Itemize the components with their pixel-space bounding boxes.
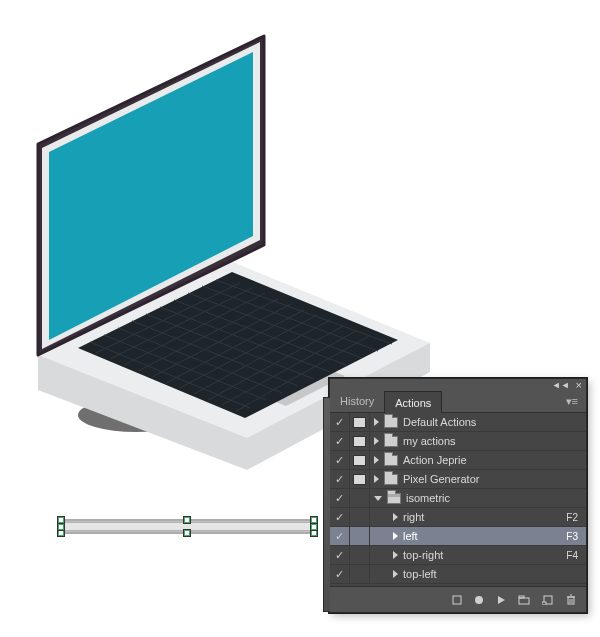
action-set-row[interactable]: ✓ Pixel Generator [330,470,586,489]
svg-rect-3 [453,596,461,604]
action-row[interactable]: ✓ top-left [330,565,586,584]
set-label: Pixel Generator [403,473,578,485]
svg-rect-6 [519,596,524,598]
svg-rect-8 [542,602,546,605]
disclosure-triangle-icon[interactable] [374,437,379,445]
toggle-dialog[interactable] [350,489,370,507]
disclosure-triangle-icon[interactable] [374,496,382,501]
tab-history[interactable]: History [330,390,384,412]
transform-handle[interactable] [184,517,190,523]
close-icon[interactable]: × [576,380,582,391]
tab-actions[interactable]: Actions [384,391,442,413]
toggle-enabled[interactable]: ✓ [330,489,350,507]
svg-point-4 [475,596,483,604]
action-label: left [403,530,555,542]
panel-tabs: History Actions ▾≡ [330,391,586,413]
set-label: Action Jeprie [403,454,578,466]
play-icon[interactable] [496,587,506,612]
panel-menu-icon[interactable]: ▾≡ [558,390,586,412]
disclosure-triangle-icon[interactable] [374,475,379,483]
folder-icon [384,474,398,485]
new-set-icon[interactable] [518,587,530,612]
toggle-enabled[interactable]: ✓ [330,432,350,450]
transform-handle[interactable] [58,530,64,536]
stop-icon[interactable] [452,587,462,612]
disclosure-triangle-icon[interactable] [393,513,398,521]
toggle-enabled[interactable]: ✓ [330,565,350,583]
toggle-dialog[interactable] [350,432,370,450]
action-shortcut: F2 [560,512,578,523]
svg-rect-9 [568,597,574,604]
transform-handle[interactable] [58,524,64,530]
action-row[interactable]: ✓ top-right F4 [330,546,586,565]
action-label: top-right [403,549,555,561]
folder-icon [384,417,398,428]
toggle-dialog[interactable] [350,451,370,469]
set-label: isometric [406,492,578,504]
toggle-dialog[interactable] [350,546,370,564]
folder-open-icon [387,493,401,504]
new-action-icon[interactable] [542,587,554,612]
action-shortcut: F4 [560,550,578,561]
toggle-dialog[interactable] [350,470,370,488]
toggle-enabled[interactable]: ✓ [330,508,350,526]
disclosure-triangle-icon[interactable] [393,532,398,540]
action-set-row[interactable]: ✓ Action Jeprie [330,451,586,470]
transform-handle[interactable] [311,517,317,523]
record-icon[interactable] [474,587,484,612]
toggle-enabled[interactable]: ✓ [330,451,350,469]
action-shortcut: F3 [560,531,578,542]
action-label: right [403,511,555,523]
folder-icon [384,436,398,447]
toggle-enabled[interactable]: ✓ [330,470,350,488]
action-label: top-left [403,568,567,580]
transform-handle[interactable] [311,524,317,530]
collapse-icon[interactable]: ◄◄ [552,381,570,390]
transform-handle[interactable] [311,530,317,536]
actions-panel[interactable]: ◄◄ × History Actions ▾≡ ✓ Default Action… [329,378,587,613]
toggle-dialog[interactable] [350,565,370,583]
toggle-dialog[interactable] [350,413,370,431]
svg-rect-5 [519,598,529,604]
toggle-enabled[interactable]: ✓ [330,546,350,564]
toggle-dialog[interactable] [350,527,370,545]
toggle-dialog[interactable] [350,508,370,526]
action-set-row[interactable]: ✓ my actions [330,432,586,451]
transform-handle[interactable] [58,517,64,523]
disclosure-triangle-icon[interactable] [393,551,398,559]
panel-footer [330,586,586,612]
action-row-selected[interactable]: ✓ left F3 [330,527,586,546]
actions-tree: ✓ Default Actions ✓ my actions ✓ A [330,413,586,586]
action-row[interactable]: ✓ right F2 [330,508,586,527]
disclosure-triangle-icon[interactable] [393,570,398,578]
disclosure-triangle-icon[interactable] [374,456,379,464]
panel-drag-handle[interactable] [323,397,330,612]
set-label: my actions [403,435,578,447]
toggle-enabled[interactable]: ✓ [330,527,350,545]
toggle-enabled[interactable]: ✓ [330,413,350,431]
transform-handle[interactable] [184,530,190,536]
action-set-row-open[interactable]: ✓ isometric [330,489,586,508]
trash-icon[interactable] [566,587,576,612]
folder-icon [384,455,398,466]
disclosure-triangle-icon[interactable] [374,418,379,426]
set-label: Default Actions [403,416,578,428]
action-set-row[interactable]: ✓ Default Actions [330,413,586,432]
